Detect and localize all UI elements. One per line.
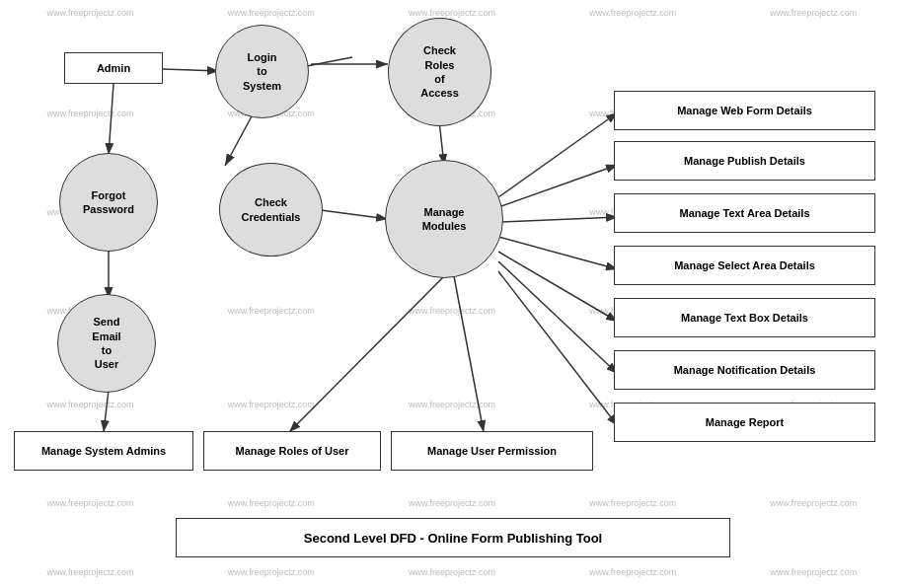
svg-line-12	[498, 217, 618, 222]
manage-report-box: Manage Report	[614, 403, 875, 442]
manage-system-admins-box: Manage System Admins	[14, 431, 193, 471]
manage-modules-circle: ManageModules	[385, 160, 503, 278]
manage-text-area-box: Manage Text Area Details	[614, 193, 875, 233]
svg-line-13	[498, 237, 618, 269]
send-email-circle: SendEmailtoUser	[57, 294, 156, 393]
manage-web-form-box: Manage Web Form Details	[614, 91, 875, 130]
manage-select-area-box: Manage Select Area Details	[614, 246, 875, 285]
manage-notification-box: Manage Notification Details	[614, 350, 875, 390]
login-circle: LogintoSystem	[215, 25, 309, 118]
svg-line-10	[498, 112, 618, 197]
manage-text-box-box: Manage Text Box Details	[614, 298, 875, 337]
manage-roles-box: Manage Roles of User	[203, 431, 381, 471]
svg-line-1	[163, 69, 219, 71]
manage-user-permission-box: Manage User Permission	[391, 431, 593, 471]
svg-line-11	[498, 165, 618, 207]
svg-line-9	[104, 390, 109, 432]
admin-box: Admin	[64, 52, 163, 84]
footer-title-box: Second Level DFD - Online Form Publishin…	[176, 518, 730, 557]
svg-line-7	[321, 210, 388, 219]
svg-line-15	[498, 261, 618, 374]
watermark-7: www.freeprojectz.com www.freeprojectz.co…	[0, 567, 904, 577]
svg-line-18	[454, 276, 484, 432]
svg-line-2	[109, 84, 113, 155]
svg-line-17	[289, 276, 444, 432]
check-roles-circle: CheckRolesofAccess	[388, 18, 491, 126]
watermark-top: www.freeprojectz.com www.freeprojectz.co…	[0, 8, 904, 18]
forgot-password-circle: ForgotPassword	[59, 153, 158, 252]
watermark-6: www.freeprojectz.com www.freeprojectz.co…	[0, 498, 904, 508]
manage-publish-box: Manage Publish Details	[614, 141, 875, 181]
check-credentials-circle: CheckCredentials	[219, 163, 323, 257]
svg-line-16	[498, 271, 618, 426]
diagram-container: www.freeprojectz.com www.freeprojectz.co…	[0, 0, 904, 588]
svg-line-14	[498, 252, 618, 322]
